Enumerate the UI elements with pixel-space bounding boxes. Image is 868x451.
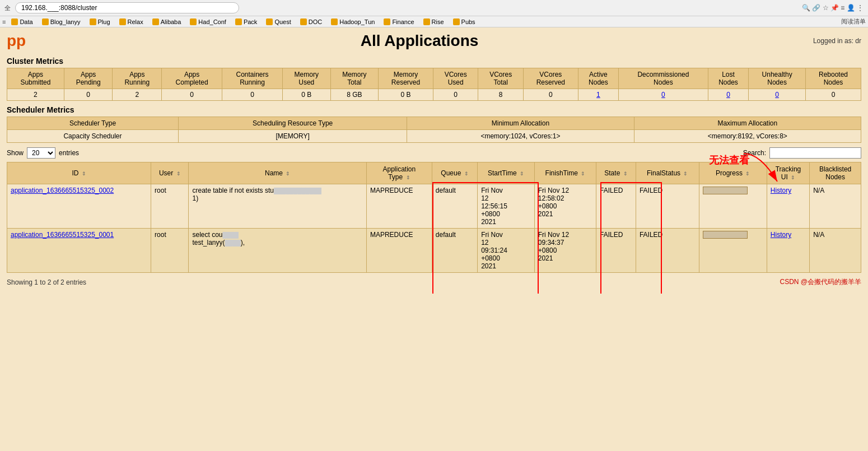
col-memory-used: MemoryUsed [282,68,330,89]
bookmark-icon [119,18,126,25]
app-starttime-2: Fri Nov1209:31:24+08002021 [478,229,535,273]
val-vcores-reserved: 0 [523,89,578,101]
col-vcores-reserved: VCoresReserved [523,68,578,89]
progress-bar [703,187,748,194]
bookmark-alibaba[interactable]: Alibaba [149,18,185,26]
col-finalstatus[interactable]: FinalStatus ⇕ [636,162,699,184]
val-apps-submitted: 2 [7,89,64,101]
val-rebooted-nodes: 0 [806,89,861,101]
col-apps-completed: AppsCompleted [162,68,222,89]
cluster-metrics-title: Cluster Metrics [7,57,861,66]
bookmark-icon [90,18,96,25]
col-maximum-allocation: Maximum Allocation [634,117,861,130]
show-label: Show [7,149,24,157]
sort-icon: ⇕ [82,171,86,176]
app-id-1[interactable]: application_1636665515325_0002 [7,184,151,229]
show-entries-control: Show 20 50 100 entries [7,147,79,159]
col-apps-submitted: AppsSubmitted [7,68,64,89]
col-apps-pending: AppsPending [64,68,113,89]
main-content: Cluster Metrics AppsSubmitted AppsPendin… [0,54,868,294]
sort-icon: ⇕ [176,171,181,176]
col-progress[interactable]: Progress ⇕ [699,162,767,184]
progress-bar [703,231,748,239]
showing-entries: Showing 1 to 2 of 2 entries [7,278,86,286]
app-queue-2: default [432,229,477,273]
col-user[interactable]: User ⇕ [151,162,189,184]
col-state[interactable]: State ⇕ [596,162,636,184]
app-state-1: FAILED [596,184,636,229]
sort-icon: ⇕ [791,175,795,180]
app-tracking-ui-2[interactable]: History [767,229,809,273]
bookmark-plug[interactable]: Plug [86,18,114,26]
val-memory-reserved: 0 B [379,89,433,101]
reading-list[interactable]: 阅读清单 [841,17,866,26]
col-finishtime[interactable]: FinishTime ⇕ [534,162,596,184]
bookmark-relax[interactable]: Relax [116,18,147,26]
app-type-1: MAPREDUCE [366,184,432,229]
sort-icon: ⇕ [683,171,688,176]
bookmark-hadconf[interactable]: Had_Conf [186,18,230,26]
address-bar[interactable]: 192.168.___:8088/cluster [15,2,239,13]
sort-icon: ⇕ [581,171,585,176]
col-blacklisted-nodes: BlacklistedNodes [810,162,861,184]
col-memory-reserved: MemoryReserved [379,68,433,89]
sort-icon: ⇕ [464,171,469,176]
col-queue[interactable]: Queue ⇕ [432,162,477,184]
search-label: Search: [743,149,766,157]
col-lost-nodes: LostNodes [708,68,748,89]
val-apps-completed: 0 [162,89,222,101]
val-scheduling-resource-type: [MEMORY] [178,130,407,143]
bookmark-data[interactable]: Data [8,18,36,26]
bookmark-bloglanyy[interactable]: Blog_lanyy [39,18,84,26]
bookmark-icon [235,18,242,25]
app-progress-2 [699,229,767,273]
col-rebooted-nodes: RebootedNodes [806,68,861,89]
val-active-nodes[interactable]: 1 [578,89,618,101]
col-starttime[interactable]: StartTime ⇕ [478,162,535,184]
table-row: application_1636665515325_0001 root sele… [7,229,861,273]
app-id-2[interactable]: application_1636665515325_0001 [7,229,151,273]
app-blacklisted-1: N/A [810,184,861,229]
col-name[interactable]: Name ⇕ [189,162,366,184]
val-scheduler-type: Capacity Scheduler [7,130,179,143]
bookmark-hadooptun[interactable]: Hadoop_Tun [328,18,378,26]
apps-table: ID ⇕ User ⇕ Name ⇕ ApplicationType ⇕ Que… [7,162,861,273]
bookmarks-bar: ≡ Data Blog_lanyy Plug Relax Alibaba Had… [0,16,868,27]
bookmark-pack[interactable]: Pack [232,18,260,26]
val-lost-nodes[interactable]: 0 [708,89,748,101]
col-apps-running: AppsRunning [113,68,162,89]
bookmark-doc[interactable]: DOC [297,18,325,26]
sort-icon: ⇕ [406,175,410,180]
app-name-1: create table if not exists stu██████████… [189,184,366,229]
bookmark-rise[interactable]: Rise [420,18,447,26]
browser-icons: 🔍 🔗 ☆ 📌 ≡ 👤 ⋮ [802,4,864,12]
val-vcores-used: 0 [433,89,478,101]
bookmark-icon [384,18,390,25]
address-bar-label: 全 [4,4,11,12]
col-tracking-ui[interactable]: TrackingUI ⇕ [767,162,809,184]
bookmark-icon [152,18,159,25]
bookmark-icon [453,18,460,25]
page-title: All Applications [26,32,813,50]
entries-select[interactable]: 20 50 100 [27,147,55,159]
table-row: application_1636665515325_0002 root crea… [7,184,861,229]
val-unhealthy-nodes[interactable]: 0 [749,89,806,101]
app-user-2: root [151,229,189,273]
bookmark-icon [266,18,273,25]
bookmark-pubs[interactable]: Pubs [450,18,479,26]
cluster-metrics-table: AppsSubmitted AppsPending AppsRunning Ap… [7,68,861,101]
bookmark-finance[interactable]: Finance [380,18,417,26]
page-header: pp All Applications Logged in as: dr [0,27,868,54]
col-id[interactable]: ID ⇕ [7,162,151,184]
col-decommissioned-nodes: DecommissionedNodes [619,68,708,89]
app-tracking-ui-1[interactable]: History [767,184,809,229]
scheduler-metrics-title: Scheduler Metrics [7,105,861,114]
search-input[interactable] [769,147,861,159]
col-active-nodes: ActiveNodes [578,68,618,89]
col-app-type[interactable]: ApplicationType ⇕ [366,162,432,184]
bookmark-quest[interactable]: Quest [263,18,294,26]
col-containers-running: ContainersRunning [222,68,283,89]
csdn-watermark: CSDN @会搬代码的搬羊羊 [780,277,861,287]
val-decommissioned-nodes[interactable]: 0 [619,89,708,101]
col-scheduling-resource-type: Scheduling Resource Type [178,117,407,130]
